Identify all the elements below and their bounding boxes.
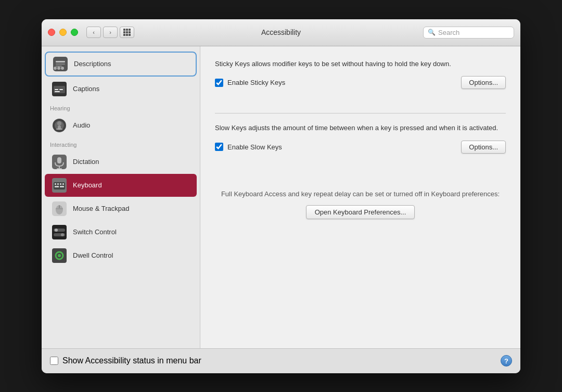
minimize-button[interactable] [59, 29, 67, 36]
search-input[interactable] [438, 29, 509, 36]
svg-rect-29 [60, 186, 64, 187]
right-panel: Sticky Keys allows modifier keys to be s… [200, 46, 520, 348]
sticky-keys-section: Sticky Keys allows modifier keys to be s… [215, 59, 506, 94]
open-keyboard-preferences-button[interactable]: Open Keyboard Preferences... [306, 205, 415, 219]
sidebar-item-label-dwell-control: Dwell Control [73, 251, 113, 259]
sidebar-item-captions[interactable]: Captions [45, 78, 197, 100]
close-button[interactable] [48, 29, 55, 36]
svg-rect-2 [56, 64, 65, 65]
slow-keys-section: Slow Keys adjusts the amount of time bet… [215, 123, 506, 158]
enable-sticky-keys-text: Enable Sticky Keys [227, 79, 285, 86]
sidebar-item-keyboard[interactable]: Keyboard [45, 174, 197, 197]
svg-rect-19 [59, 166, 60, 168]
svg-rect-25 [60, 183, 61, 185]
dictation-icon [51, 154, 68, 170]
show-accessibility-status-label: Show Accessibility status in menu bar [62, 356, 201, 365]
maximize-button[interactable] [71, 29, 78, 36]
keyboard-access-description: Full Keyboard Access and key repeat dela… [215, 189, 506, 199]
svg-rect-33 [59, 205, 60, 208]
traffic-lights [48, 29, 78, 36]
sidebar-item-label-keyboard: Keyboard [73, 181, 102, 189]
forward-button[interactable]: › [103, 27, 118, 38]
sidebar-item-label-dictation: Dictation [73, 158, 99, 166]
show-accessibility-status-checkbox[interactable] [50, 357, 58, 365]
slow-keys-description: Slow Keys adjusts the amount of time bet… [215, 123, 506, 133]
svg-point-6 [61, 67, 64, 70]
sidebar-item-dwell-control[interactable]: Dwell Control [45, 244, 197, 267]
svg-point-38 [55, 229, 58, 232]
svg-rect-11 [55, 91, 60, 92]
sidebar-item-label-mouse-trackpad: Mouse & Trackpad [73, 205, 129, 212]
enable-slow-keys-text: Enable Slow Keys [227, 143, 282, 151]
svg-rect-23 [55, 183, 56, 185]
search-bar[interactable]: 🔍 [423, 27, 514, 39]
svg-rect-9 [55, 89, 58, 90]
back-button[interactable]: ‹ [86, 27, 101, 38]
slow-keys-option-row: Enable Slow Keys Options... [215, 141, 506, 154]
svg-rect-35 [52, 225, 67, 239]
captions-icon [51, 81, 68, 97]
grid-icon [123, 29, 131, 36]
sidebar-item-descriptions[interactable]: Descriptions [45, 52, 197, 77]
sidebar-item-dictation[interactable]: Dictation [45, 150, 197, 173]
sidebar: Descriptions Captions Hearing [42, 46, 200, 348]
sidebar-item-label-descriptions: Descriptions [74, 60, 111, 68]
keyboard-access-section: Full Keyboard Access and key repeat dela… [215, 189, 506, 220]
svg-point-14 [57, 121, 61, 125]
titlebar: ‹ › Accessibility 🔍 [42, 19, 520, 46]
sidebar-item-label-switch-control: Switch Control [73, 228, 117, 236]
slow-keys-options-button[interactable]: Options... [461, 141, 506, 154]
sidebar-item-switch-control[interactable]: Switch Control [45, 221, 197, 244]
svg-rect-18 [57, 157, 61, 163]
svg-rect-3 [56, 66, 62, 67]
enable-sticky-keys-checkbox[interactable] [215, 79, 223, 87]
descriptions-icon [52, 56, 69, 72]
svg-rect-26 [62, 183, 64, 185]
sidebar-section-interacting: Interacting [42, 137, 200, 150]
sticky-keys-options-button[interactable]: Options... [461, 76, 506, 89]
enable-slow-keys-label[interactable]: Enable Slow Keys [215, 143, 282, 151]
svg-rect-20 [57, 168, 62, 169]
svg-rect-27 [55, 186, 56, 187]
svg-point-39 [61, 233, 64, 236]
main-content: Descriptions Captions Hearing [42, 46, 520, 348]
sidebar-section-hearing: Hearing [42, 101, 200, 113]
section-divider-1 [215, 113, 506, 113]
svg-rect-10 [59, 89, 63, 90]
svg-rect-16 [56, 129, 62, 130]
svg-rect-1 [56, 61, 65, 62]
keyboard-icon [51, 177, 68, 194]
sidebar-item-label-captions: Captions [73, 85, 99, 93]
mouse-icon [51, 200, 68, 217]
svg-point-42 [58, 254, 61, 257]
enable-slow-keys-checkbox[interactable] [215, 143, 223, 151]
help-button[interactable]: ? [501, 355, 512, 366]
switch-icon [51, 224, 68, 241]
search-icon: 🔍 [428, 29, 436, 36]
main-window: ‹ › Accessibility 🔍 [42, 19, 520, 373]
sidebar-item-audio[interactable]: Audio [45, 114, 197, 137]
svg-rect-30 [56, 186, 59, 187]
audio-icon [51, 117, 68, 134]
show-status-row: Show Accessibility status in menu bar [50, 356, 201, 365]
nav-buttons: ‹ › [86, 27, 118, 38]
sticky-keys-option-row: Enable Sticky Keys Options... [215, 76, 506, 89]
grid-view-button[interactable] [120, 27, 134, 38]
sticky-keys-description: Sticky Keys allows modifier keys to be s… [215, 59, 506, 69]
dwell-icon [51, 247, 68, 264]
bottom-bar: Show Accessibility status in menu bar ? [42, 348, 520, 373]
sidebar-item-mouse-trackpad[interactable]: Mouse & Trackpad [45, 197, 197, 220]
svg-point-5 [57, 67, 60, 70]
enable-sticky-keys-label[interactable]: Enable Sticky Keys [215, 79, 285, 87]
svg-rect-24 [57, 183, 59, 185]
window-title: Accessibility [261, 28, 301, 36]
svg-point-4 [54, 67, 57, 70]
sidebar-item-label-audio: Audio [73, 121, 90, 129]
